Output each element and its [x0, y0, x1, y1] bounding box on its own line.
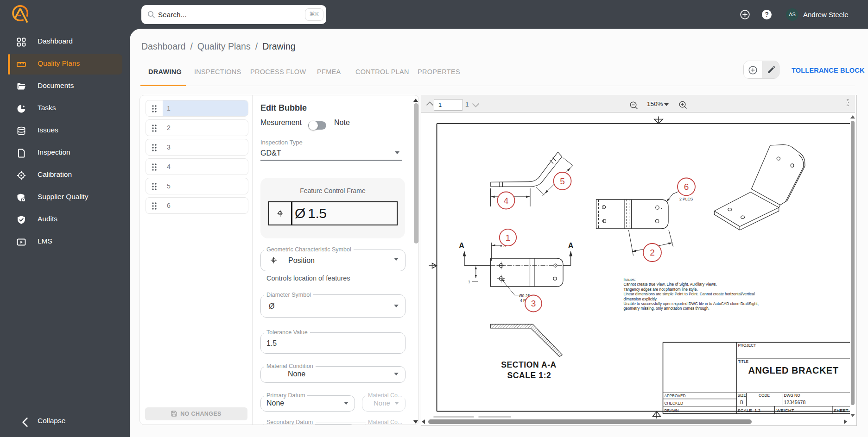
- svg-text:1: 1: [506, 233, 511, 243]
- svg-text:Tangency edges are not phantom: Tangency edges are not phantom line styl…: [624, 287, 698, 292]
- svg-text:SHEET 1: SHEET 1: [834, 408, 850, 413]
- svg-text:SCALE 1:2: SCALE 1:2: [738, 408, 761, 413]
- svg-text:DWG NO: DWG NO: [784, 393, 801, 398]
- svg-text:ANGLED BRACKET: ANGLED BRACKET: [748, 365, 839, 375]
- svg-text:dimension explicitly.: dimension explicitly.: [624, 297, 658, 301]
- svg-text:6: 6: [684, 182, 689, 192]
- svg-text:A: A: [459, 242, 464, 250]
- svg-text:Unable to successfully open ex: Unable to successfully open exported DWG…: [624, 301, 759, 306]
- svg-text:WEIGHT: WEIGHT: [777, 408, 794, 413]
- svg-text:SIZE: SIZE: [738, 393, 747, 398]
- svg-text:DRAWN: DRAWN: [665, 408, 679, 413]
- svg-text:2 PLCS: 2 PLCS: [679, 197, 693, 201]
- svg-text:SECTION A-A: SECTION A-A: [501, 360, 557, 369]
- svg-text:5: 5: [560, 176, 565, 186]
- svg-text:B: B: [740, 400, 743, 405]
- svg-text:Linear dimensions are simple P: Linear dimensions are simple Point to Po…: [624, 292, 755, 296]
- svg-text:12345678: 12345678: [784, 400, 806, 405]
- svg-text:CODE: CODE: [759, 393, 770, 398]
- svg-text:CHECKED: CHECKED: [665, 401, 684, 406]
- svg-text:2: 2: [650, 248, 655, 257]
- svg-text:3: 3: [531, 299, 536, 308]
- svg-text:4: 4: [504, 196, 509, 206]
- svg-text:Issues:: Issues:: [624, 277, 636, 282]
- svg-text:1: 1: [468, 280, 470, 284]
- svg-text:geometry missing, only annotat: geometry missing, only annotation comes …: [624, 306, 710, 311]
- svg-text:SCALE 1:2: SCALE 1:2: [507, 371, 551, 380]
- svg-text:Cannot create true View, Line: Cannot create true View, Line of Sight, …: [624, 282, 717, 287]
- svg-text:APPROVED: APPROVED: [665, 393, 686, 398]
- svg-text:A: A: [568, 242, 574, 250]
- svg-text:PROJECT: PROJECT: [738, 343, 756, 348]
- svg-text:TITLE: TITLE: [738, 359, 749, 364]
